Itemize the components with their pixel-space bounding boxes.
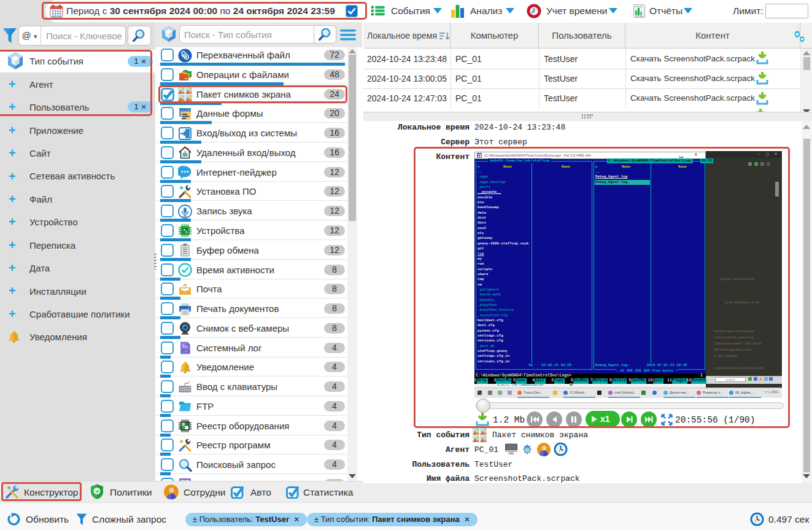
svg-text:LOG: LOG bbox=[182, 350, 188, 353]
